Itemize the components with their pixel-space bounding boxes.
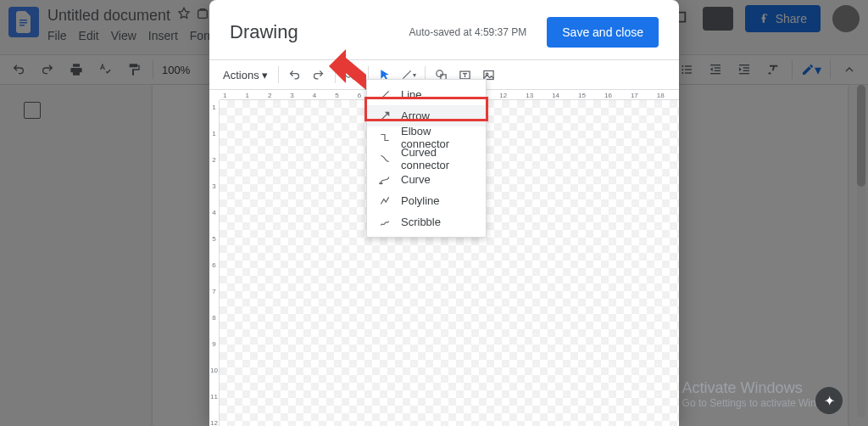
separator — [278, 66, 279, 83]
line-menu-line[interactable]: Line — [367, 84, 486, 105]
explore-button[interactable]: ✦ — [815, 387, 843, 414]
zoom-icon[interactable]: ▾ — [342, 65, 361, 84]
line-type-menu: Line Arrow Elbow connector Curved connec… — [366, 79, 487, 238]
curved-connector-icon — [379, 153, 391, 165]
line-menu-label: Curved connector — [401, 146, 474, 171]
line-menu-label: Arrow — [401, 109, 430, 122]
svg-point-18 — [346, 70, 353, 77]
line-menu-label: Curve — [401, 173, 431, 186]
elbow-connector-icon — [379, 132, 391, 143]
svg-point-19 — [437, 70, 443, 76]
polyline-icon — [379, 195, 391, 207]
line-menu-scribble[interactable]: Scribble — [367, 211, 486, 233]
dialog-title: Drawing — [230, 21, 298, 43]
save-close-button[interactable]: Save and close — [547, 17, 659, 48]
separator — [335, 66, 336, 83]
curve-icon — [379, 174, 391, 186]
line-menu-elbow[interactable]: Elbow connector — [367, 126, 486, 148]
line-menu-curved[interactable]: Curved connector — [367, 148, 486, 169]
actions-dropdown[interactable]: Actions▾ — [223, 69, 271, 81]
autosave-status: Auto-saved at 4:59:37 PM — [409, 26, 527, 38]
arrow-icon — [379, 110, 391, 122]
line-menu-label: Line — [401, 88, 422, 101]
line-icon — [379, 89, 391, 101]
line-menu-curve[interactable]: Curve — [367, 169, 486, 190]
line-menu-polyline[interactable]: Polyline — [367, 190, 486, 211]
line-menu-label: Polyline — [401, 194, 440, 207]
undo-icon[interactable] — [286, 65, 304, 84]
line-menu-arrow[interactable]: Arrow — [367, 105, 486, 126]
svg-rect-22 — [484, 70, 493, 79]
line-menu-label: Scribble — [401, 216, 441, 228]
redo-icon[interactable] — [309, 65, 328, 84]
vertical-ruler: 1123456789101112131415 — [209, 100, 220, 426]
scribble-icon — [379, 216, 391, 228]
